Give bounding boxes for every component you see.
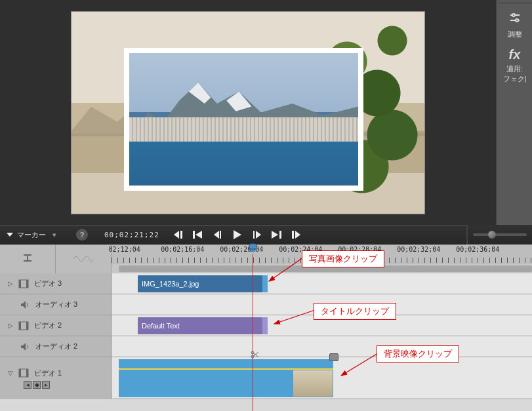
- track-header-audio2[interactable]: オーディオ 2: [0, 336, 112, 357]
- collapse-icon: [22, 253, 33, 265]
- svg-marker-0: [72, 100, 424, 136]
- track-audio3: オーディオ 3: [0, 294, 532, 315]
- kf-prev[interactable]: ◂: [24, 381, 31, 389]
- svg-rect-18: [279, 231, 281, 239]
- track-body-video1[interactable]: [112, 357, 532, 399]
- playhead[interactable]: [253, 254, 253, 411]
- keyframe-nav: ◂ ◆ ▸: [24, 381, 50, 389]
- svg-rect-13: [220, 231, 221, 239]
- adjust-icon: [508, 11, 522, 28]
- track-header-video1[interactable]: ▽ ビデオ 1 ◂ ◆ ▸: [0, 357, 112, 399]
- svg-marker-3: [226, 92, 251, 111]
- clip-title-handle[interactable]: [262, 317, 268, 334]
- svg-rect-24: [249, 244, 256, 249]
- filmstrip-icon: [18, 279, 29, 289]
- ruler-time-1: 00;02;16;04: [161, 246, 204, 253]
- speaker-icon: [20, 300, 30, 310]
- filmstrip-icon: [18, 368, 29, 378]
- clip-bg-video[interactable]: [119, 359, 333, 397]
- clip-photo-label: IMG_1423a_2.jpg: [142, 280, 199, 288]
- sidebar-effects-label: 適用: フェク|: [503, 64, 527, 84]
- skip-back-button[interactable]: [191, 227, 205, 242]
- preview-zone: [0, 0, 496, 225]
- filmstrip-icon: [18, 321, 29, 331]
- clip-photo-handle[interactable]: [262, 275, 268, 292]
- preview-photo-frame: [124, 48, 363, 191]
- fx-icon: fx: [509, 47, 521, 62]
- svg-marker-33: [21, 343, 26, 351]
- go-to-next-edit-button[interactable]: [289, 227, 304, 242]
- track-label-video2: ビデオ 2: [34, 321, 62, 330]
- zoom-slider-area: [466, 225, 532, 245]
- svg-rect-31: [19, 322, 21, 330]
- track-video1: ▽ ビデオ 1 ◂ ◆ ▸: [0, 357, 532, 399]
- track-header-audio3[interactable]: オーディオ 3: [0, 294, 112, 315]
- preview-bg-sepia: [72, 12, 424, 214]
- kf-next[interactable]: ▸: [42, 381, 50, 389]
- sidebar-effects[interactable]: fx 適用: フェク|: [503, 47, 527, 84]
- sidebar-adjust[interactable]: 調整: [508, 11, 522, 39]
- track-label-audio3: オーディオ 3: [35, 300, 77, 309]
- play-button[interactable]: [230, 227, 245, 242]
- svg-rect-10: [193, 231, 195, 239]
- anno-bg: 背景映像クリップ: [377, 345, 459, 362]
- kf-add[interactable]: ◆: [33, 381, 41, 389]
- clip-title-label: Default Text: [142, 322, 180, 330]
- clip-title[interactable]: Default Text: [138, 317, 262, 334]
- svg-marker-17: [272, 231, 278, 239]
- svg-marker-2: [189, 83, 211, 104]
- preview-bg-mountains: [72, 88, 424, 137]
- help-button[interactable]: ?: [76, 229, 88, 241]
- waveform-toggle[interactable]: [56, 245, 112, 273]
- zoom-slider[interactable]: [473, 233, 527, 236]
- marker-dropdown[interactable]: マーカー ▾: [7, 230, 56, 240]
- svg-point-7: [516, 19, 518, 22]
- svg-marker-20: [295, 231, 300, 239]
- clip-bg-outpoint[interactable]: [329, 353, 338, 361]
- step-forward-button[interactable]: [250, 227, 264, 242]
- scissors-icon[interactable]: [251, 351, 260, 360]
- go-to-prev-edit-button[interactable]: [171, 227, 186, 242]
- snap-toggle[interactable]: [0, 245, 56, 273]
- track-label-video3: ビデオ 3: [34, 279, 62, 288]
- svg-point-38: [251, 355, 254, 358]
- app-root: 調整 fx 適用: フェク| マーカー ▾ ? 00;02;21;22: [0, 0, 532, 411]
- skip-forward-button[interactable]: [270, 227, 284, 242]
- svg-rect-19: [292, 231, 294, 239]
- ruler-time-0: 02;12;04: [109, 246, 140, 253]
- chevron-down-icon: [7, 233, 13, 237]
- svg-marker-12: [214, 231, 219, 239]
- program-monitor[interactable]: [71, 11, 425, 214]
- timecode-display[interactable]: 00;02;21;22: [104, 231, 159, 239]
- track-video2: ▷ ビデオ 2 Default Text: [0, 315, 532, 336]
- track-body-video3[interactable]: IMG_1423a_2.jpg: [112, 273, 532, 294]
- step-back-button[interactable]: [211, 227, 225, 242]
- collapse-icon[interactable]: ▽: [8, 370, 13, 377]
- svg-rect-9: [180, 231, 182, 239]
- track-header-video3[interactable]: ▷ ビデオ 3: [0, 273, 112, 294]
- anno-photo: 写真画像クリップ: [302, 250, 384, 267]
- zoom-handle[interactable]: [488, 231, 496, 239]
- clip-bg-thumbnail: [293, 370, 333, 397]
- playhead-handle-icon[interactable]: [248, 243, 258, 252]
- svg-marker-8: [174, 231, 179, 239]
- expand-icon[interactable]: ▷: [8, 322, 13, 329]
- speaker-icon: [20, 342, 30, 352]
- svg-rect-35: [19, 369, 21, 377]
- opacity-rubberband[interactable]: [119, 368, 333, 370]
- track-video3: ▷ ビデオ 3 IMG_1423a_2.jpg: [0, 273, 532, 294]
- svg-point-5: [512, 14, 515, 16]
- svg-rect-32: [26, 322, 28, 330]
- marker-label: マーカー: [17, 230, 46, 240]
- expand-icon[interactable]: ▷: [8, 280, 13, 287]
- svg-marker-16: [256, 231, 261, 239]
- track-body-audio2[interactable]: [112, 336, 532, 357]
- track-header-video2[interactable]: ▷ ビデオ 2: [0, 315, 112, 336]
- svg-marker-29: [21, 301, 26, 309]
- waveform-icon: [73, 254, 93, 264]
- ruler-time-6: 00;02;36;04: [456, 246, 499, 253]
- timeline-corner-tools: [0, 245, 112, 273]
- preview-foliage: [287, 11, 425, 208]
- clip-photo[interactable]: IMG_1423a_2.jpg: [138, 275, 262, 292]
- svg-marker-1: [129, 83, 358, 136]
